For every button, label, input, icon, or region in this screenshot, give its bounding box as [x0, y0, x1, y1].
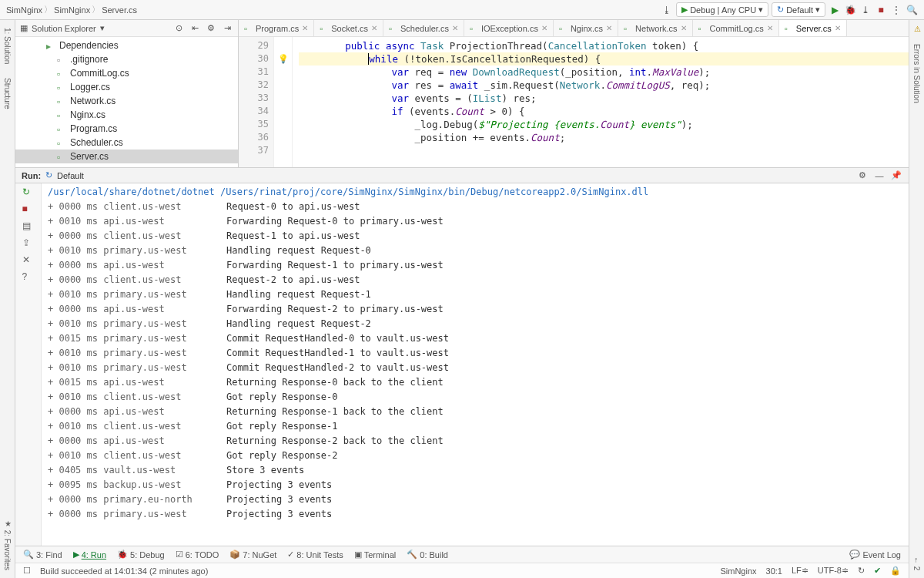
pin-icon[interactable]: 📌 — [890, 170, 902, 182]
breadcrumb-item[interactable]: SimNginx — [6, 5, 42, 15]
breadcrumb-item[interactable]: SimNginx — [54, 5, 90, 15]
warning-icon[interactable]: ⚠ — [912, 25, 921, 33]
gutter-tab-structure[interactable]: Structure — [3, 75, 12, 113]
close-tab-icon[interactable]: ✕ — [452, 24, 458, 32]
lock-icon[interactable]: 🔒 — [890, 566, 901, 576]
stop-icon[interactable]: ■ — [22, 203, 35, 216]
hint-gutter: 💡 — [274, 37, 293, 167]
tool-nuget[interactable]: 📦 7: NuGet — [229, 549, 276, 560]
debug-icon[interactable]: 🐞 — [844, 4, 856, 16]
stop-icon[interactable]: ■ — [875, 4, 887, 16]
run-config-selector[interactable]: ▶ Debug | Any CPU ▾ — [676, 2, 768, 17]
tree-item[interactable]: ▫Network.cs — [15, 94, 238, 108]
csharp-file-icon: ▫ — [389, 24, 397, 32]
tree-item[interactable]: ▫.gitignore — [15, 52, 238, 66]
status-eol[interactable]: LF≑ — [792, 566, 808, 576]
gutter-tab-solution[interactable]: 1: Solution — [3, 25, 12, 67]
gear-icon[interactable]: ⚙ — [205, 22, 217, 35]
console-line: + 0000 ms api.us-westReturning Response-… — [48, 405, 902, 419]
tree-item-label: CommitLog.cs — [70, 68, 129, 79]
tree-item[interactable]: ▫Scheduler.cs — [15, 136, 238, 150]
tab-label: IOException.cs — [481, 24, 538, 33]
tree-item[interactable]: ▫Server.cs — [15, 150, 238, 163]
rerun-icon[interactable]: ↻ — [22, 187, 35, 199]
console-line: + 0000 ms client.us-westRequest-1 to api… — [48, 229, 902, 244]
tab-label: Program.cs — [256, 24, 299, 33]
tree-item[interactable]: ▫Logger.cs — [15, 80, 238, 94]
file-tree[interactable]: ▸Dependencies▫.gitignore▫CommitLog.cs▫Lo… — [15, 37, 238, 167]
editor-tab[interactable]: ▫Scheduler.cs✕ — [383, 20, 464, 36]
status-encoding[interactable]: UTF-8≑ — [818, 566, 849, 576]
code-editor[interactable]: public async Task ProjectionThread(Cance… — [293, 37, 909, 167]
tool-tests[interactable]: ✓ 8: Unit Tests — [287, 549, 343, 560]
editor-tab[interactable]: ▫Socket.cs✕ — [314, 20, 383, 36]
gutter-tab-collapse[interactable]: ← 2 — [912, 553, 921, 573]
layout-icon[interactable]: ▤ — [22, 220, 35, 233]
run-profile-selector[interactable]: ↻ Default ▾ — [772, 2, 825, 17]
editor-tab[interactable]: ▫IOException.cs✕ — [464, 20, 554, 36]
close-icon[interactable]: ✕ — [22, 254, 35, 267]
attach-icon[interactable]: ⤓ — [859, 4, 872, 16]
csharp-file-icon: ▫ — [785, 24, 793, 32]
tab-label: Socket.cs — [331, 24, 368, 33]
console-output[interactable]: /usr/local/share/dotnet/dotnet /Users/ri… — [42, 183, 909, 546]
tool-window-bar: 🔍 3: Find ▶ 4: Run 🐞 5: Debug ☑ 6: TODO … — [15, 546, 909, 563]
tool-todo[interactable]: ☑ 6: TODO — [176, 549, 219, 560]
close-tab-icon[interactable]: ✕ — [767, 24, 773, 32]
close-tab-icon[interactable]: ✕ — [835, 24, 841, 32]
close-tab-icon[interactable]: ✕ — [681, 24, 687, 32]
tree-item[interactable]: ▫CommitLog.cs — [15, 66, 238, 80]
console-line: + 0010 ms primary.us-westCommit RequestH… — [48, 361, 902, 375]
status-cursor-pos[interactable]: 30:1 — [766, 566, 782, 576]
collapse-icon[interactable]: — — [873, 170, 886, 182]
status-project[interactable]: SimNginx — [720, 566, 756, 576]
tool-eventlog[interactable]: 💬 Event Log — [849, 549, 901, 560]
breadcrumb-item[interactable]: Server.cs — [102, 5, 137, 15]
status-bar: ☐ Build succeeded at 14:01:34 (2 minutes… — [15, 563, 909, 578]
tree-item[interactable]: ▸Dependencies — [15, 39, 238, 52]
hide-icon[interactable]: ⇥ — [221, 22, 233, 35]
tab-label: Nginx.cs — [571, 24, 603, 33]
close-tab-icon[interactable]: ✕ — [606, 24, 612, 32]
console-line: + 0000 ms client.us-westRequest-2 to api… — [48, 273, 902, 287]
chevron-down-icon[interactable]: ▾ — [100, 23, 105, 33]
editor-tab[interactable]: ▫Program.cs✕ — [239, 20, 314, 36]
console-line: + 0010 ms primary.us-westHandling reques… — [48, 287, 902, 302]
tool-run[interactable]: ▶ 4: Run — [73, 549, 106, 560]
search-icon[interactable]: 🔍 — [906, 4, 918, 16]
file-icon: ▫ — [57, 82, 66, 92]
close-tab-icon[interactable]: ✕ — [302, 24, 308, 32]
editor-tab[interactable]: ▫Nginx.cs✕ — [554, 20, 618, 36]
inspection-ok-icon[interactable]: ✔ — [874, 566, 881, 576]
chevron-down-icon: ▾ — [758, 5, 763, 15]
close-tab-icon[interactable]: ✕ — [371, 24, 377, 32]
sync-icon[interactable]: ↻ — [858, 566, 865, 576]
editor-tab[interactable]: ▫Network.cs✕ — [618, 20, 692, 36]
target-icon[interactable]: ⊙ — [172, 22, 185, 35]
tree-item[interactable]: ▫Program.cs — [15, 122, 238, 136]
tool-terminal[interactable]: ▣ Terminal — [354, 549, 397, 560]
console-line: + 0000 ms api.us-westReturning Response-… — [48, 434, 902, 449]
run-icon[interactable]: ▶ — [829, 4, 841, 16]
gutter-tab-errors[interactable]: Errors in Solution — [912, 41, 921, 106]
download-icon[interactable]: ⭳ — [661, 4, 673, 16]
tree-item[interactable]: ▫Nginx.cs — [15, 108, 238, 122]
close-tab-icon[interactable]: ✕ — [541, 24, 547, 32]
editor-tab[interactable]: ▫CommitLog.cs✕ — [693, 20, 779, 36]
help-icon[interactable]: ? — [22, 271, 35, 284]
breadcrumb: SimNginx 〉 SimNginx 〉 Server.cs — [6, 4, 658, 15]
tree-item-label: Logger.cs — [70, 82, 110, 92]
tree-item-label: Dependencies — [59, 40, 119, 51]
collapse-icon[interactable]: ⇤ — [189, 22, 201, 35]
console-line: + 0010 ms client.us-westGot reply Respon… — [48, 390, 902, 405]
run-profile-icon: ↻ — [45, 170, 52, 180]
tool-find[interactable]: 🔍 3: Find — [23, 549, 62, 560]
gutter-tab-favorites[interactable]: ★ 2: Favorites — [3, 516, 12, 573]
tool-build[interactable]: 🔨 0: Build — [407, 549, 448, 560]
gear-icon[interactable]: ⚙ — [856, 170, 869, 182]
run-label: Run: — [22, 171, 41, 180]
tool-debug[interactable]: 🐞 5: Debug — [117, 549, 165, 560]
console-line: + 0000 ms api.us-westForwarding Request-… — [48, 258, 902, 273]
export-icon[interactable]: ⇪ — [22, 237, 35, 250]
editor-tab[interactable]: ▫Server.cs✕ — [779, 20, 847, 36]
